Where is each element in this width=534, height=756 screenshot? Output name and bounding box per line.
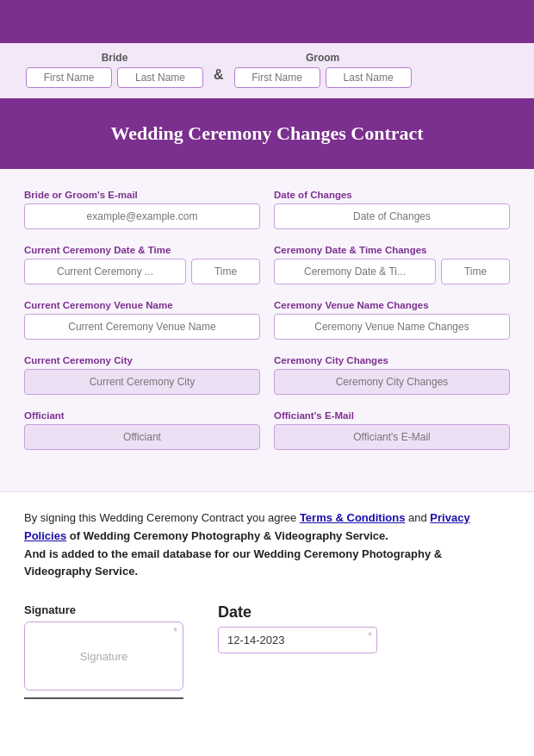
officiant-email-col: Officiant's E-Mail — [274, 410, 510, 450]
date-col: Date * — [218, 603, 377, 653]
date-label: Date — [218, 603, 377, 622]
signature-underline — [24, 697, 183, 699]
signature-label: Signature — [24, 603, 183, 616]
bride-first-name-input[interactable] — [26, 67, 112, 88]
signature-placeholder: Signature — [80, 650, 128, 663]
ceremony-date-changes-col: Ceremony Date & Time Changes — [274, 245, 510, 284]
contract-title: Wedding Ceremony Changes Contract — [17, 122, 517, 145]
venue-changes-input[interactable] — [274, 314, 510, 340]
email-col: Bride or Groom's E-mail — [24, 190, 260, 229]
bride-group: Bride — [26, 52, 203, 88]
signature-col: Signature Signature * — [24, 603, 183, 699]
signature-required-star: * — [173, 626, 177, 638]
signature-box[interactable]: Signature * — [24, 622, 183, 690]
date-changes-col: Date of Changes — [274, 190, 510, 229]
header-top-bar — [0, 0, 534, 43]
city-changes-col: Ceremony City Changes — [274, 355, 510, 395]
ceremony-date-row: Current Ceremony Date & Time Ceremony Da… — [24, 245, 510, 284]
email-date-row: Bride or Groom's E-mail Date of Changes — [24, 190, 510, 229]
current-venue-col: Current Ceremony Venue Name — [24, 300, 260, 340]
city-changes-label: Ceremony City Changes — [274, 355, 510, 366]
current-date-col: Current Ceremony Date & Time — [24, 245, 260, 284]
ceremony-time-changes-input[interactable] — [441, 259, 510, 284]
city-row: Current Ceremony City Ceremony City Chan… — [24, 355, 510, 395]
bride-label: Bride — [102, 52, 128, 64]
email-input[interactable] — [24, 203, 260, 229]
form-section: Bride or Groom's E-mail Date of Changes … — [0, 169, 534, 491]
ceremony-date-changes-input[interactable] — [274, 259, 436, 284]
current-ceremony-time-input[interactable] — [191, 259, 260, 284]
venue-row: Current Ceremony Venue Name Ceremony Ven… — [24, 300, 510, 340]
venue-changes-label: Ceremony Venue Name Changes — [274, 300, 510, 310]
terms-text-3: of Wedding Ceremony Photography & Videog… — [66, 529, 388, 542]
officiant-col: Officiant — [24, 410, 260, 450]
date-changes-label: Date of Changes — [274, 190, 510, 200]
sig-date-row: Signature Signature * Date * — [24, 603, 510, 699]
current-city-col: Current Ceremony City — [24, 355, 260, 395]
groom-first-name-input[interactable] — [234, 67, 320, 88]
groom-last-name-input[interactable] — [326, 67, 412, 88]
ceremony-date-changes-label: Ceremony Date & Time Changes — [274, 245, 510, 255]
officiant-row: Officiant Officiant's E-Mail — [24, 410, 510, 450]
ampersand: & — [214, 67, 224, 88]
terms-text-4: And is added to the email database for o… — [24, 547, 442, 578]
signature-date-section: Signature Signature * Date * — [0, 595, 534, 725]
current-ceremony-date-input[interactable] — [24, 259, 186, 284]
terms-conditions-link[interactable]: Terms & Conditions — [300, 511, 406, 524]
officiant-label: Officiant — [24, 410, 260, 421]
city-changes-input[interactable] — [274, 369, 510, 395]
bride-last-name-input[interactable] — [117, 67, 203, 88]
current-city-label: Current Ceremony City — [24, 355, 260, 366]
current-city-input[interactable] — [24, 369, 260, 395]
groom-group: Groom — [234, 52, 412, 88]
current-venue-label: Current Ceremony Venue Name — [24, 300, 260, 310]
contract-title-section: Wedding Ceremony Changes Contract — [0, 98, 534, 169]
date-required-star: * — [368, 630, 372, 642]
email-label: Bride or Groom's E-mail — [24, 190, 260, 200]
current-venue-input[interactable] — [24, 314, 260, 340]
terms-text: By signing this Wedding Ceremony Contrac… — [24, 509, 510, 581]
date-changes-input[interactable] — [274, 203, 510, 229]
current-ceremony-date-label: Current Ceremony Date & Time — [24, 245, 260, 255]
terms-section: By signing this Wedding Ceremony Contrac… — [0, 491, 534, 595]
officiant-email-label: Officiant's E-Mail — [274, 410, 510, 421]
venue-changes-col: Ceremony Venue Name Changes — [274, 300, 510, 340]
groom-label: Groom — [306, 52, 339, 64]
terms-text-2: and — [405, 511, 430, 524]
date-input-wrapper: * — [218, 627, 377, 653]
terms-text-1: By signing this Wedding Ceremony Contrac… — [24, 511, 300, 524]
header-names-section: Bride & Groom — [0, 43, 534, 98]
officiant-email-input[interactable] — [274, 424, 510, 450]
officiant-input[interactable] — [24, 424, 260, 450]
date-input[interactable] — [218, 627, 377, 653]
